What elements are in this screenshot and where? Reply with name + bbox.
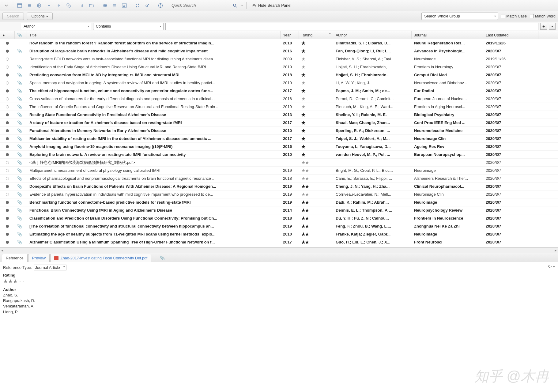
cell-rating: ★ bbox=[299, 96, 333, 102]
hide-search-panel-button[interactable]: Hide Search Panel bbox=[252, 3, 291, 8]
col-attachment[interactable]: 📎 bbox=[15, 31, 27, 39]
filter-remove-button[interactable]: - bbox=[549, 23, 556, 30]
horizontal-scrollbar[interactable]: ◂▸ bbox=[0, 247, 558, 253]
table-row[interactable]: Resting-state BOLD networks versus task-… bbox=[0, 55, 558, 63]
cell-updated: 2019/11/26 bbox=[483, 57, 538, 61]
table-row[interactable]: 📎Spatial memory and navigation in ageing… bbox=[0, 79, 558, 87]
match-case-checkbox[interactable]: Match Case bbox=[501, 14, 527, 18]
cell-author: Cheng, J. N.; Yang, H.; Zha... bbox=[333, 184, 412, 189]
cell-year: 2010 bbox=[281, 128, 299, 133]
col-title[interactable]: Title bbox=[27, 31, 281, 39]
table-row[interactable]: 📎Estimating the age of healthy subjects … bbox=[0, 230, 558, 238]
cell-author: Perani, D.; Cerami, C.; Caminit... bbox=[333, 96, 412, 101]
options-button[interactable]: Options▸ bbox=[27, 13, 53, 20]
cell-author: Hojjati, S. H.; Ebrahimzadeh, ... bbox=[333, 65, 412, 69]
table-row[interactable]: 📎[The correlation of functional connecti… bbox=[0, 222, 558, 230]
table-row[interactable]: 📎Amyloid imaging using fluorine-19 magne… bbox=[0, 143, 558, 151]
tab-pdf[interactable]: Zhao-2017-Investigating Focal Connectivi… bbox=[50, 254, 151, 262]
list-icon[interactable] bbox=[25, 1, 34, 10]
filter-term-input[interactable] bbox=[165, 23, 538, 30]
cell-title: Amyloid imaging using fluorine-19 magnet… bbox=[27, 144, 281, 149]
col-author[interactable]: Author bbox=[333, 31, 412, 39]
table-row[interactable]: How random is the random forest ? Random… bbox=[0, 39, 558, 47]
table-row[interactable]: 📎Evidence of parietal hyperactivation in… bbox=[0, 190, 558, 198]
filter-field-combo[interactable]: Author bbox=[21, 23, 91, 30]
cite-icon[interactable]: 99 bbox=[100, 1, 109, 10]
format-icon[interactable] bbox=[110, 1, 119, 10]
table-row[interactable]: 📎Identification of the Early Stage of Al… bbox=[0, 63, 558, 71]
dropdown-icon[interactable] bbox=[2, 1, 11, 10]
cell-journal: Neuromolecular Medicine bbox=[412, 128, 483, 133]
cell-journal: Conf Proc IEEE Eng Med ... bbox=[412, 120, 483, 125]
table-row[interactable]: 📎Classification and Prediction of Brain … bbox=[0, 214, 558, 222]
search-icon[interactable] bbox=[230, 1, 239, 10]
read-indicator bbox=[6, 50, 9, 53]
col-read[interactable]: ● bbox=[0, 31, 15, 39]
table-row[interactable]: 📎Disruption of large-scale brain network… bbox=[0, 47, 558, 55]
read-indicator bbox=[6, 81, 9, 85]
table-row[interactable]: 📎Multicenter stability of resting state … bbox=[0, 135, 558, 143]
table-row[interactable]: 📎Alzheimer Classification Using a Minimu… bbox=[0, 238, 558, 246]
cell-title: Identification of the Early Stage of Alz… bbox=[27, 65, 281, 69]
reference-detail-panel: ⛭▾ Reference Type: Journal Article Ratin… bbox=[0, 262, 558, 323]
cell-updated: 2020/3/7 bbox=[483, 216, 538, 221]
sync-icon[interactable] bbox=[133, 1, 142, 10]
quick-search-input[interactable] bbox=[172, 2, 230, 9]
cell-author: Corriveau-Lecavalier, N.; Mell... bbox=[333, 192, 412, 197]
rating-section-label: Rating bbox=[3, 273, 555, 277]
table-row[interactable]: 📎Resting State Functional Connectivity i… bbox=[0, 111, 558, 119]
table-row[interactable]: 📎The effect of hippocampal function, vol… bbox=[0, 87, 558, 95]
col-rating[interactable]: Rating bbox=[299, 31, 333, 39]
table-row[interactable]: 📎Machine Learning Classification Combini… bbox=[0, 246, 558, 247]
folder-icon[interactable] bbox=[87, 1, 96, 10]
attach-icon[interactable] bbox=[77, 1, 86, 10]
cell-journal: Frontiers in Neuroscience bbox=[412, 216, 483, 221]
attachment-icon: 📎 bbox=[17, 104, 22, 109]
table-row[interactable]: 📎Donepezil's Effects on Brain Functions … bbox=[0, 183, 558, 190]
search-dropdown-icon[interactable] bbox=[240, 1, 244, 10]
find-duplicates-icon[interactable] bbox=[64, 1, 73, 10]
table-row[interactable]: 📎Exploring the brain network: A review o… bbox=[0, 151, 558, 159]
export-icon[interactable] bbox=[54, 1, 63, 10]
col-updated[interactable]: Last Updated bbox=[483, 31, 538, 39]
search-scope-combo[interactable]: Search Whole Group bbox=[421, 13, 498, 20]
filter-op-combo[interactable]: Contains bbox=[93, 23, 164, 30]
tab-preview[interactable]: Preview bbox=[28, 254, 50, 262]
attachment-icon: 📎 bbox=[17, 112, 22, 117]
tab-reference[interactable]: Reference bbox=[2, 254, 28, 262]
cell-author: Hojjati, S. H.; Ebrahimzade... bbox=[333, 73, 412, 77]
cell-author: Feng, F.; Zhou, B.; Wang, L.... bbox=[333, 224, 412, 228]
table-row[interactable]: 📎Benchmarking functional connectome-base… bbox=[0, 198, 558, 206]
table-row[interactable]: 📎The Influence of Genetic Factors and Co… bbox=[0, 103, 558, 111]
table-row[interactable]: 📎Functional Alterations in Memory Networ… bbox=[0, 127, 558, 135]
table-row[interactable]: 📎Effects of pharmacological and nonpharm… bbox=[0, 175, 558, 183]
filter-add-button[interactable]: + bbox=[540, 23, 547, 30]
table-row[interactable]: 📎Cross-validation of biomarkers for the … bbox=[0, 95, 558, 103]
rating-stars[interactable]: ★★★ · · bbox=[3, 278, 555, 285]
ref-type-combo[interactable]: Journal Article bbox=[34, 265, 66, 270]
cell-rating: ★ bbox=[299, 136, 333, 141]
help-icon[interactable]: ? bbox=[156, 1, 165, 10]
cell-rating: ★ bbox=[299, 112, 333, 118]
attachment-icon: 📎 bbox=[17, 200, 22, 205]
search-button[interactable]: Search bbox=[2, 13, 24, 20]
cell-year: 2017 bbox=[281, 120, 299, 125]
match-word-checkbox[interactable]: Match Word bbox=[530, 14, 556, 18]
col-year[interactable]: Year bbox=[281, 31, 299, 39]
globe-icon[interactable] bbox=[35, 1, 44, 10]
read-indicator bbox=[6, 129, 9, 132]
share-icon[interactable] bbox=[143, 1, 152, 10]
table-row[interactable]: 📎<基于静息态fMRI的阿尔茨海默病低频振幅研究_刘艳秋.pdf>★★2020/… bbox=[0, 159, 558, 167]
table-row[interactable]: 📎Predicting conversion from MCI to AD by… bbox=[0, 71, 558, 79]
attach-icon[interactable]: 📎 bbox=[158, 254, 167, 262]
import-icon[interactable] bbox=[44, 1, 54, 10]
table-row[interactable]: 📎A study of feature extraction for Alzhe… bbox=[0, 119, 558, 127]
table-row[interactable]: 📎Multiparametric measurement of cerebral… bbox=[0, 167, 558, 175]
cell-year: 2010 bbox=[281, 232, 299, 236]
col-journal[interactable]: Journal bbox=[412, 31, 483, 39]
cell-rating: ★ bbox=[299, 40, 333, 46]
window-icon[interactable] bbox=[15, 1, 24, 10]
table-row[interactable]: 📎Functional Brain Connectivity Using fMR… bbox=[0, 206, 558, 214]
gear-icon[interactable]: ⛭▾ bbox=[548, 264, 555, 270]
word-icon[interactable]: W bbox=[120, 1, 129, 10]
